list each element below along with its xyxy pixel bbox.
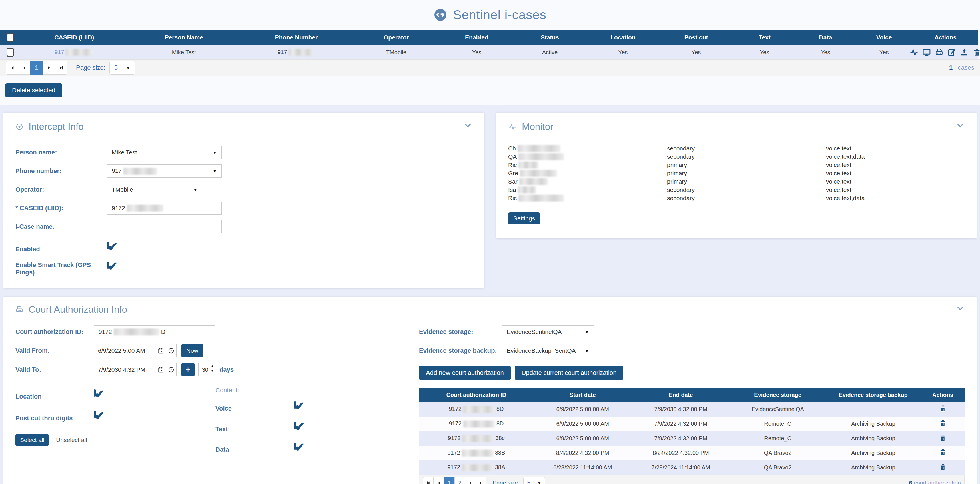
data-checkbox[interactable]: ✔ xyxy=(294,444,304,456)
col-header-enabled: Enabled xyxy=(440,30,513,45)
auth-id-cell: 91728D xyxy=(419,417,534,431)
monitor-row: QA secondary voice,text,data xyxy=(508,152,964,161)
icases-count: 1 i-cases xyxy=(949,64,974,72)
evidence-storage-select[interactable]: EvidenceSentinelQA▼ xyxy=(502,325,594,339)
upload-icon[interactable] xyxy=(960,48,969,57)
settings-button[interactable]: Settings xyxy=(508,212,540,224)
storage-cell: Remote_C xyxy=(730,431,826,446)
text-checkbox[interactable]: ✔ xyxy=(294,423,304,435)
court-panel-header: Court Authorization Info xyxy=(16,304,964,315)
next-page-button[interactable] xyxy=(465,477,476,484)
redacted-text xyxy=(517,145,560,152)
icase-name-input[interactable] xyxy=(107,220,222,233)
page-size-label: Page size: xyxy=(493,480,519,484)
evidence-storage-label: Evidence storage: xyxy=(419,328,502,336)
prev-page-button[interactable] xyxy=(433,477,444,484)
next-page-button[interactable] xyxy=(43,61,55,75)
valid-to-input[interactable]: 7/9/2030 4:32 PM xyxy=(94,363,156,376)
operator-select[interactable]: TMobile▼ xyxy=(107,183,202,196)
collapse-chevron-icon[interactable] xyxy=(464,121,472,132)
trash-icon[interactable] xyxy=(939,405,947,412)
fax-icon[interactable] xyxy=(935,48,943,57)
activity-icon[interactable] xyxy=(910,48,918,57)
calendar-icon[interactable] xyxy=(155,363,166,376)
voice-checkbox[interactable]: ✔ xyxy=(294,403,304,414)
days-stepper[interactable]: 30 ▲▼ xyxy=(198,363,215,376)
add-court-auth-button[interactable]: Add new court authorization xyxy=(419,366,511,380)
icase-row[interactable]: 917 Mike Test 917 TMobile Yes Active Yes… xyxy=(0,45,978,59)
phone-number-select[interactable]: 917 ▼ xyxy=(107,164,222,178)
page-2-button[interactable]: 2 xyxy=(454,477,465,484)
collapse-chevron-icon[interactable] xyxy=(956,304,964,315)
end-date-cell: 8/24/2022 4:32:00 PM xyxy=(632,446,730,460)
auth-id-row: Court authorization ID: 9172D xyxy=(16,325,419,339)
monitor-icon[interactable] xyxy=(922,48,931,57)
backup-cell: Archiving Backup xyxy=(826,417,921,431)
now-button[interactable]: Now xyxy=(181,344,204,357)
edit-icon[interactable] xyxy=(947,48,956,57)
location-checkbox[interactable]: ✔ xyxy=(94,390,104,403)
clock-icon[interactable] xyxy=(166,363,177,376)
page-1-button[interactable]: 1 xyxy=(444,477,455,484)
data-row: Data ✔ xyxy=(215,444,304,456)
select-all-checkbox[interactable] xyxy=(6,33,14,42)
valid-from-input[interactable]: 6/9/2022 5:00 AM xyxy=(94,344,156,357)
calendar-icon[interactable] xyxy=(155,344,166,357)
redacted-text xyxy=(463,435,494,442)
clock-icon[interactable] xyxy=(166,344,177,357)
page-size-select[interactable]: 5▼ xyxy=(110,61,135,75)
first-page-button[interactable] xyxy=(423,477,434,484)
end-date-cell: 7/28/2024 11:14:00 AM xyxy=(632,460,730,475)
icase-name-label: I-Case name: xyxy=(16,223,107,231)
court-left-column: Court authorization ID: 9172D Valid From… xyxy=(16,325,419,484)
select-all-button[interactable]: Select all xyxy=(16,434,49,446)
trash-icon[interactable] xyxy=(939,419,947,427)
caseid-input[interactable]: 9172 xyxy=(107,202,222,215)
caseid-link[interactable]: 917 xyxy=(54,49,94,55)
page-1-button[interactable]: 1 xyxy=(30,61,43,75)
person-name-select[interactable]: Mike Test▼ xyxy=(107,146,222,159)
content-checkboxes: Content: Voice ✔ Text ✔ Data ✔ xyxy=(215,390,304,464)
text-label: Text xyxy=(215,425,294,433)
valid-from-label: Valid From: xyxy=(16,347,94,355)
add-days-button[interactable]: + xyxy=(181,363,195,376)
caseid-row: * CASEID (LIID): 9172 xyxy=(16,202,472,215)
first-page-button[interactable] xyxy=(6,61,18,75)
prev-page-button[interactable] xyxy=(18,61,30,75)
redacted-text xyxy=(520,170,557,177)
postcut-checkbox[interactable]: ✔ xyxy=(94,412,104,424)
page-size-select[interactable]: 5▼ xyxy=(523,477,545,484)
evidence-storage-row: Evidence storage: EvidenceSentinelQA▼ xyxy=(419,325,964,339)
location-row: Location ✔ xyxy=(16,390,215,403)
court-auth-panel: Court Authorization Info Court authoriza… xyxy=(3,297,977,484)
court-auth-row: 91728D 6/9/2022 5:00:00 AM 7/9/2022 4:32… xyxy=(419,417,964,431)
evidence-backup-select[interactable]: EvidenceBackup_SentQA▼ xyxy=(502,344,594,357)
trash-icon[interactable] xyxy=(939,449,947,456)
enabled-checkbox[interactable]: ✔ xyxy=(107,243,117,255)
row-checkbox[interactable] xyxy=(6,48,14,57)
voice-row: Voice ✔ xyxy=(215,403,304,414)
court-panel-title: Court Authorization Info xyxy=(29,304,127,315)
delete-selected-button[interactable]: Delete selected xyxy=(5,83,62,97)
col-header-data: Data xyxy=(796,30,855,45)
trash-icon[interactable] xyxy=(972,48,980,57)
smart-track-checkbox[interactable]: ✔ xyxy=(107,263,117,275)
monitor-row: Ric secondary voice,text,data xyxy=(508,194,964,202)
trash-icon[interactable] xyxy=(939,434,947,441)
stepper-arrows[interactable]: ▲▼ xyxy=(211,364,214,372)
last-page-button[interactable] xyxy=(476,477,487,484)
operator-cell: TMobile xyxy=(352,45,440,59)
trash-icon[interactable] xyxy=(939,463,947,471)
icases-pagination-bar: 1 Page size: 5▼ 1 i-cases xyxy=(0,59,980,76)
col-header-location: Location xyxy=(587,30,660,45)
col-header-auth-id: Court authorization ID xyxy=(419,388,534,402)
unselect-all-button[interactable]: Unselect all xyxy=(51,434,92,446)
monitor-panel-title: Monitor xyxy=(522,121,553,132)
collapse-chevron-icon[interactable] xyxy=(956,121,964,132)
redacted-text xyxy=(519,162,538,169)
location-label: Location xyxy=(16,393,94,400)
update-court-auth-button[interactable]: Update current court authorization xyxy=(515,366,624,380)
icase-name-row: I-Case name: xyxy=(16,220,472,233)
auth-id-input[interactable]: 9172D xyxy=(94,325,215,339)
last-page-button[interactable] xyxy=(55,61,67,75)
